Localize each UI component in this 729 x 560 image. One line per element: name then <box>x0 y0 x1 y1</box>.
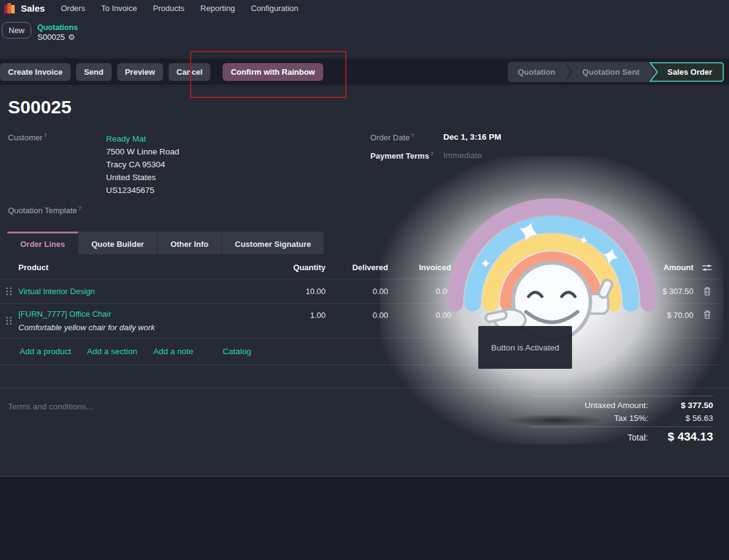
table-row: Virtual Interior Design 10.00 0.00 0.00 … <box>0 279 720 304</box>
delete-row-icon[interactable] <box>693 304 720 319</box>
delivered-cell[interactable]: 0.00 <box>326 287 388 296</box>
annotation-box <box>190 51 346 98</box>
app-name: Sales <box>21 3 45 13</box>
customer-address-line: United States <box>106 171 179 184</box>
nav-configuration[interactable]: Configuration <box>251 4 298 13</box>
app-brand[interactable]: Sales <box>4 2 45 14</box>
sales-app-icon <box>4 2 15 14</box>
customer-address-line: US12345675 <box>106 184 179 197</box>
divider <box>0 388 729 388</box>
col-amount: Amount <box>451 263 693 272</box>
record-ref: S00025 <box>37 32 65 42</box>
totals-block: Untaxed Amount: $ 377.50 Tax 15%: $ 56.6… <box>532 396 713 445</box>
product-description: Comfortable yellow chair for daily work <box>18 323 267 332</box>
optional-columns-icon[interactable] <box>693 263 720 272</box>
catalog-link[interactable]: Catalog <box>223 347 251 356</box>
navbar: Sales Orders To Invoice Products Reporti… <box>0 0 729 17</box>
drag-handle-icon[interactable] <box>6 287 12 295</box>
send-button[interactable]: Send <box>76 63 112 81</box>
tax-value: $ 56.63 <box>657 414 713 423</box>
help-icon: ? <box>44 132 47 138</box>
order-date-value[interactable]: Dec 1, 3:16 PM <box>443 132 502 142</box>
top-header: Sales Orders To Invoice Products Reporti… <box>0 0 729 58</box>
col-invoiced: Invoiced <box>388 263 451 272</box>
stage-separator-icon <box>565 62 573 82</box>
quantity-cell[interactable]: 10.00 <box>267 287 326 296</box>
active-stage-label: Sales Order <box>649 62 724 82</box>
col-quantity: Quantity <box>267 263 326 272</box>
nav-orders[interactable]: Orders <box>61 4 85 13</box>
gear-icon[interactable]: ⚙ <box>68 32 75 42</box>
quotation-template-label[interactable]: Quotation Template? <box>8 205 82 215</box>
payment-terms-label: Payment Terms? <box>370 151 443 161</box>
delete-row-icon[interactable] <box>693 287 720 296</box>
payment-terms-value[interactable]: Immediate <box>443 151 502 161</box>
quantity-cell[interactable]: 1.00 <box>267 304 326 320</box>
col-product: Product <box>18 263 267 272</box>
invoiced-cell[interactable]: 0.00 <box>388 287 451 296</box>
add-line-row: Add a product Add a section Add a note C… <box>0 338 720 365</box>
product-link[interactable]: Virtual Interior Design <box>18 287 95 296</box>
customer-address-line: Tracy CA 95304 <box>106 158 179 171</box>
product-link[interactable]: [FURN_7777] Office Chair <box>18 309 112 319</box>
tab-other-info[interactable]: Other Info <box>158 232 221 254</box>
tab-order-lines[interactable]: Order Lines <box>7 232 78 254</box>
amount-cell: $ 70.00 <box>451 304 693 320</box>
customer-link[interactable]: Ready Mat <box>106 134 146 143</box>
stage-quotation[interactable]: Quotation <box>508 62 565 82</box>
order-lines-table: Product Quantity Delivered Invoiced Amou… <box>0 256 720 365</box>
breadcrumb-current: S00025 ⚙ <box>37 32 78 42</box>
add-a-section-link[interactable]: Add a section <box>87 347 137 356</box>
preview-button[interactable]: Preview <box>117 63 163 81</box>
invoiced-cell[interactable]: 0.00 <box>388 304 451 320</box>
delivered-cell[interactable]: 0.00 <box>326 304 388 320</box>
nav-to-invoice[interactable]: To Invoice <box>101 4 137 13</box>
page-title: S00025 <box>8 97 71 118</box>
stage-sales-order[interactable]: Sales Order <box>649 62 724 82</box>
terms-placeholder[interactable]: Terms and conditions... <box>8 402 93 411</box>
tab-quote-builder[interactable]: Quote Builder <box>78 232 157 254</box>
breadcrumb-quotations[interactable]: Quotations <box>37 23 78 32</box>
col-delivered: Delivered <box>326 263 388 272</box>
table-row: [FURN_7777] Office Chair Comfortable yel… <box>0 304 720 338</box>
create-invoice-button[interactable]: Create Invoice <box>0 63 71 81</box>
notebook-tabs: Order Lines Quote Builder Other Info Cus… <box>7 232 324 254</box>
customer-address-line: 7500 W Linne Road <box>106 145 179 158</box>
tab-customer-signature[interactable]: Customer Signature <box>222 232 324 254</box>
untaxed-amount-value: $ 377.50 <box>657 401 713 410</box>
drag-handle-icon[interactable] <box>6 317 12 325</box>
new-button[interactable]: New <box>2 22 31 39</box>
total-label: Total: <box>628 433 648 442</box>
add-a-note-link[interactable]: Add a note <box>153 347 193 356</box>
add-a-product-link[interactable]: Add a product <box>20 347 71 356</box>
table-header-row: Product Quantity Delivered Invoiced Amou… <box>0 256 720 279</box>
total-value: $ 434.13 <box>657 430 713 444</box>
stage-quotation-sent[interactable]: Quotation Sent <box>573 62 649 82</box>
breadcrumb: New Quotations S00025 ⚙ <box>0 17 729 42</box>
nav-products[interactable]: Products <box>153 4 184 13</box>
tax-label: Tax 15%: <box>614 414 648 423</box>
statusbar: Quotation Quotation Sent Sales Order <box>508 62 724 82</box>
form-sheet: S00025 Customer? Ready Mat 7500 W Linne … <box>0 86 729 477</box>
amount-cell: $ 307.50 <box>451 287 693 296</box>
untaxed-amount-label: Untaxed Amount: <box>584 401 648 410</box>
nav-reporting[interactable]: Reporting <box>200 4 235 13</box>
customer-label: Customer? <box>8 132 106 197</box>
order-date-label: Order Date? <box>370 132 443 142</box>
